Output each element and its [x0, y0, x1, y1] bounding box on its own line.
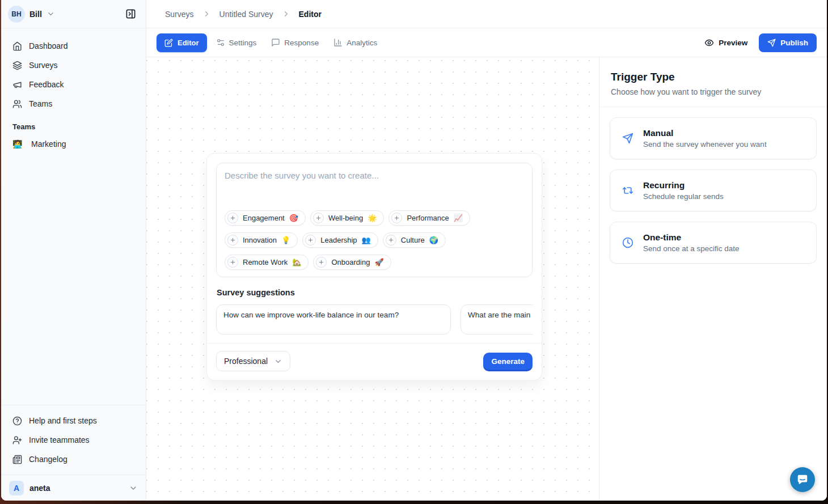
layers-icon	[12, 61, 22, 70]
survey-prompt-input[interactable]	[225, 171, 524, 206]
help-circle-icon	[12, 416, 22, 426]
suggestion-card[interactable]: How can we improve work-life balance in …	[216, 304, 451, 334]
home-icon	[12, 41, 22, 51]
plus-icon	[227, 213, 238, 223]
tab-label: Analytics	[347, 39, 377, 47]
publish-button[interactable]: Publish	[759, 33, 817, 52]
suggestion-card[interactable]: What are the main ob	[461, 304, 533, 334]
tone-select[interactable]: Professional	[216, 351, 290, 371]
sidebar-item-label: Help and first steps	[29, 416, 97, 425]
chip-emoji: 🏡	[292, 258, 301, 266]
chip-emoji: 💡	[281, 236, 290, 244]
topic-chip-culture[interactable]: Culture 🌍	[383, 232, 446, 248]
chip-label: Performance	[407, 214, 449, 222]
trigger-option-description: Schedule regular sends	[643, 192, 724, 201]
tab-label: Editor	[178, 39, 199, 47]
breadcrumb: Surveys Untitled Survey Editor	[146, 0, 827, 28]
trigger-option-title: One-time	[643, 232, 740, 243]
sidebar-item-label: Surveys	[29, 61, 58, 70]
tab-editor[interactable]: Editor	[157, 33, 207, 52]
publish-label: Publish	[780, 39, 808, 47]
newspaper-icon	[12, 455, 22, 464]
sidebar-item-teams[interactable]: Teams	[8, 94, 139, 113]
send-icon	[622, 133, 633, 144]
sidebar-item-label: Feedback	[29, 80, 64, 89]
trigger-option-title: Recurring	[643, 180, 724, 190]
chip-emoji: 👥	[362, 236, 371, 244]
chevron-down-icon	[129, 484, 138, 493]
topic-chip-performance[interactable]: Performance 📈	[388, 210, 470, 226]
repeat-icon	[622, 185, 633, 196]
user-plus-icon	[12, 435, 22, 445]
sidebar-item-surveys[interactable]: Surveys	[8, 56, 139, 75]
sidebar-nav: Dashboard Surveys Feedback Teams	[1, 28, 146, 154]
editor-toolbar: Editor Settings Response Analytics	[146, 28, 827, 57]
trigger-options: Manual Send the survey whenever you want…	[599, 107, 827, 274]
trigger-type-panel: Trigger Type Choose how you want to trig…	[599, 57, 827, 501]
sidebar: BH Bill Dashboard Surv	[1, 0, 146, 501]
account-menu[interactable]: A aneta	[1, 475, 146, 501]
chip-emoji: 📈	[454, 214, 463, 222]
breadcrumb-item-survey-name[interactable]: Untitled Survey	[219, 10, 273, 19]
chevron-down-icon	[274, 357, 282, 366]
panel-toggle-icon	[125, 9, 136, 19]
chip-label: Remote Work	[243, 258, 288, 266]
send-icon	[767, 39, 776, 47]
chevron-right-icon	[282, 10, 290, 18]
chip-emoji: 🌟	[367, 214, 377, 222]
suggestions-row: How can we improve work-life balance in …	[216, 304, 533, 334]
topic-chip-innovation[interactable]: Innovation 💡	[225, 232, 298, 248]
chip-label: Innovation	[243, 236, 277, 244]
topic-chip-onboarding[interactable]: Onboarding 🚀	[313, 255, 391, 270]
app-window: BH Bill Dashboard Surv	[1, 0, 827, 501]
topic-chip-leadership[interactable]: Leadership 👥	[302, 232, 378, 248]
sidebar-collapse-button[interactable]	[122, 6, 139, 23]
panel-subtitle: Choose how you want to trigger the surve…	[611, 87, 816, 96]
settings-icon	[216, 38, 225, 47]
trigger-option-one-time[interactable]: One-time Send once at a specific date	[610, 222, 817, 264]
plus-icon	[386, 235, 396, 245]
sidebar-item-invite[interactable]: Invite teammates	[8, 430, 139, 450]
chat-launcher-button[interactable]	[790, 467, 815, 492]
trigger-option-recurring[interactable]: Recurring Schedule regular sends	[610, 170, 817, 211]
preview-label: Preview	[719, 39, 747, 47]
main-area: Surveys Untitled Survey Editor Editor	[146, 0, 827, 501]
topic-chip-well-being[interactable]: Well-being 🌟	[310, 210, 384, 226]
sidebar-item-changelog[interactable]: Changelog	[8, 450, 139, 469]
sidebar-item-label: Dashboard	[29, 41, 68, 50]
tab-analytics[interactable]: Analytics	[328, 33, 383, 52]
trigger-option-manual[interactable]: Manual Send the survey whenever you want	[610, 117, 817, 159]
account-avatar: A	[9, 481, 24, 495]
topic-chip-engagement[interactable]: Engagement 🎯	[225, 210, 306, 226]
trigger-panel-header: Trigger Type Choose how you want to trig…	[599, 57, 827, 107]
sidebar-item-dashboard[interactable]: Dashboard	[8, 36, 139, 56]
tab-settings[interactable]: Settings	[210, 33, 263, 52]
trigger-option-description: Send the survey whenever you want	[643, 140, 767, 149]
plus-icon	[391, 213, 402, 223]
survey-canvas[interactable]: Engagement 🎯 Well-being 🌟 Performance	[146, 57, 599, 501]
chip-label: Onboarding	[331, 258, 370, 266]
chip-label: Culture	[401, 236, 425, 244]
sidebar-item-help[interactable]: Help and first steps	[8, 411, 139, 430]
breadcrumb-item-current: Editor	[299, 10, 322, 19]
tab-response[interactable]: Response	[265, 33, 324, 52]
panel-title: Trigger Type	[611, 71, 816, 83]
trigger-option-title: Manual	[643, 128, 767, 138]
chevron-down-icon	[47, 10, 55, 18]
generate-button[interactable]: Generate	[483, 353, 533, 370]
preview-button[interactable]: Preview	[704, 38, 747, 48]
sidebar-item-team-marketing[interactable]: 🧑‍💻 Marketing	[8, 134, 139, 154]
suggestions-title: Survey suggestions	[217, 288, 533, 297]
workspace-avatar: BH	[8, 6, 25, 23]
plus-icon	[316, 257, 327, 268]
edit-pencil-icon	[164, 39, 173, 47]
chevron-right-icon	[202, 10, 211, 18]
chip-emoji: 🌍	[429, 236, 438, 244]
teams-section-label: Teams	[12, 122, 134, 131]
team-emoji: 🧑‍💻	[12, 139, 22, 149]
topic-chip-remote-work[interactable]: Remote Work 🏡	[225, 255, 309, 270]
sidebar-item-label: Invite teammates	[29, 435, 90, 444]
sidebar-item-feedback[interactable]: Feedback	[8, 75, 139, 94]
workspace-switcher[interactable]: BH Bill	[1, 0, 146, 28]
breadcrumb-item-surveys[interactable]: Surveys	[165, 10, 194, 19]
